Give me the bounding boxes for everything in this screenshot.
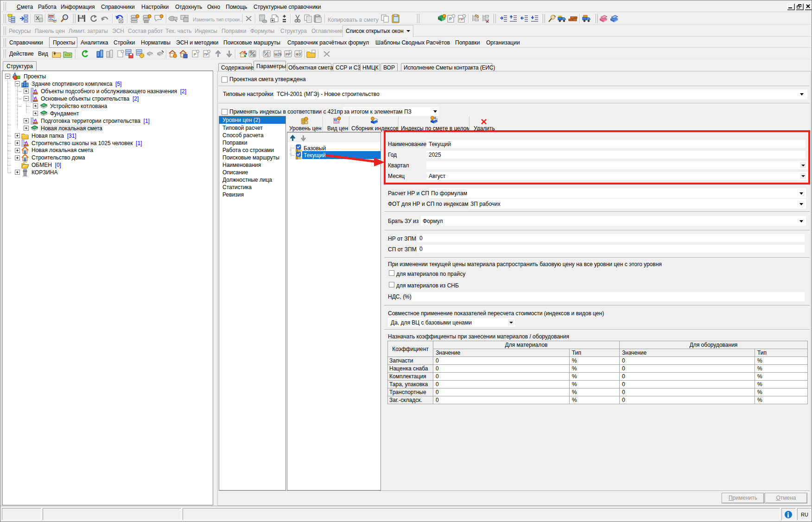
svg-text:P: P [194, 52, 196, 57]
svg-text:P: P [449, 17, 452, 21]
svg-text:0: 0 [267, 54, 269, 57]
svg-text:0: 0 [264, 51, 266, 54]
svg-text:ПР: ПР [459, 17, 464, 21]
svg-text:ПР: ПР [204, 53, 209, 56]
svg-text:PDF: PDF [49, 16, 55, 19]
svg-text:Σ: Σ [434, 116, 436, 120]
svg-text:М29: М29 [274, 52, 282, 57]
